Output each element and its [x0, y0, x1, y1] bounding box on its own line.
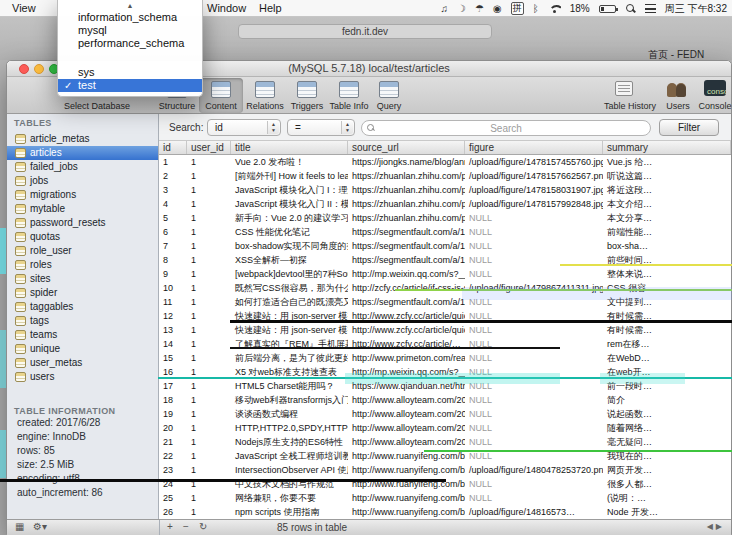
table-row[interactable]: 21[前端外刊] How it feels to learn J…https:/… [159, 169, 731, 183]
table-row[interactable]: 61CSS 性能优化笔记https://segmentfault.com/a/1… [159, 225, 731, 239]
users-button[interactable]: Users [663, 101, 693, 111]
cell-title: 前后端分离，是为了彼此更好 [231, 351, 348, 365]
add-row-button[interactable]: + [167, 521, 173, 532]
sidebar-table-role_user[interactable]: role_user [7, 244, 158, 258]
bluetooth-icon[interactable]: ᛒ [533, 3, 539, 14]
sidebar-table-spider[interactable]: spider [7, 286, 158, 300]
users-icon[interactable] [667, 80, 689, 97]
console-icon[interactable]: conso le off [704, 80, 726, 96]
sidebar-table-jobs[interactable]: jobs [7, 174, 158, 188]
battery-icon[interactable] [599, 5, 616, 13]
console-button[interactable]: Console [695, 101, 732, 111]
table-history-icon[interactable] [615, 81, 633, 96]
toolbar-tab-table-info[interactable]: Table Info [327, 78, 371, 113]
display-icon[interactable]: ◉ [493, 3, 502, 14]
sidebar-table-teams[interactable]: teams [7, 328, 158, 342]
wifi-icon[interactable] [548, 4, 561, 13]
close-window-button[interactable] [19, 64, 29, 74]
table-row[interactable]: 121快速建站：用 json-server 模拟 RES…http://www.… [159, 309, 731, 323]
db-menu-item-performance_schema[interactable]: performance_schema [58, 37, 202, 50]
menu-clock[interactable]: 周三 下午8:32 [665, 2, 727, 16]
toolbar-tab-relations[interactable]: Relations [243, 78, 287, 113]
table-row[interactable]: 171HTML5 Charset能用吗？https://www.qianduan… [159, 379, 731, 393]
toolbar-tab-triggers[interactable]: Triggers [285, 78, 329, 113]
table-row[interactable]: 151前后端分离，是为了彼此更好http://www.primeton.com/… [159, 351, 731, 365]
db-menu-item-test[interactable]: ✓test [58, 79, 202, 92]
db-menu-item-information_schema[interactable]: information_schema [58, 11, 202, 24]
table-row[interactable]: 231IntersectionObserver API 使用教程http://w… [159, 463, 731, 477]
menu-window[interactable]: Window [207, 2, 246, 14]
table-row[interactable]: 101既然写CSS很容易，那为什么大家还是…http://zcfy.cc/art… [159, 281, 731, 295]
table-row[interactable]: 131快速建站：用 json-server 模拟 RES…http://www.… [159, 323, 731, 337]
select-database-label[interactable]: Select Database [47, 101, 147, 111]
table-history-button[interactable]: Table History [599, 101, 661, 111]
menu-view[interactable]: View [12, 2, 36, 14]
refresh-icon[interactable]: ↻ [199, 521, 207, 532]
table-row[interactable]: 221JavaScript 全栈工程师培训教程http://www.ruanyi… [159, 449, 731, 463]
column-header-title[interactable]: title [231, 141, 348, 154]
sidebar-table-user_metas[interactable]: user_metas [7, 356, 158, 370]
sidebar-table-taggables[interactable]: taggables [7, 300, 158, 314]
filter-field-select[interactable]: id ▲▼ [207, 119, 281, 136]
column-header-user_id[interactable]: user_id [187, 141, 231, 154]
table-row[interactable]: 201HTTP,HTTP2.0,SPDY,HTTPS你应该…http://www… [159, 421, 731, 435]
sidebar-table-unique[interactable]: unique [7, 342, 158, 356]
table-row[interactable]: 211Nodejs原生支持的ES6特性http://www.alloyteam.… [159, 435, 731, 449]
input-method-icon[interactable]: 拼 [511, 2, 524, 15]
pagination-arrows[interactable]: ◀▶ [707, 522, 725, 531]
umbrella-icon[interactable]: ☂ [475, 3, 484, 14]
table-row[interactable]: 251网络兼职，你要不要http://www.ruanyifeng.com/bl… [159, 491, 731, 505]
moon-icon[interactable]: ☽ [457, 3, 466, 14]
table-row[interactable]: 161X5 对web标准支持速查表http://mp.weixin.qq.com… [159, 365, 731, 379]
table-row[interactable]: 71box-shadow实现不同角度的投影https://segmentfaul… [159, 239, 731, 253]
sidebar-table-failed_jobs[interactable]: failed_jobs [7, 160, 158, 174]
filter-button[interactable]: Filter [659, 119, 719, 136]
sidebar-table-articles[interactable]: articles [7, 146, 158, 160]
table-row[interactable]: 41JavaScript 模块化入门 II：模块打包构建https://zhua… [159, 197, 731, 211]
search-input[interactable] [361, 120, 651, 136]
sidebar-table-quotas[interactable]: quotas [7, 230, 158, 244]
menu-help[interactable]: Help [259, 2, 282, 14]
sidebar-table-migrations[interactable]: migrations [7, 188, 158, 202]
music-icon[interactable]: ♫ [441, 3, 449, 14]
toolbar-tab-query[interactable]: Query [367, 78, 411, 113]
cell-title: CSS 性能优化笔记 [231, 225, 348, 239]
menu-scroll-up-icon[interactable]: ▲ [58, 0, 202, 11]
spotlight-icon[interactable] [625, 3, 636, 14]
table-row[interactable]: 31JavaScript 模块化入门 I：理解模块https://zhuanla… [159, 183, 731, 197]
gear-icon[interactable]: ⚙▾ [33, 521, 47, 532]
table-row[interactable]: 81XSS全解析—初探https://segmentfault.com/a/11… [159, 253, 731, 267]
db-menu-item-sys[interactable]: sys [58, 66, 202, 79]
notification-center-icon[interactable] [645, 4, 656, 13]
column-header-source_url[interactable]: source_url [348, 141, 465, 154]
columns-view-icon[interactable]: ▦ [15, 521, 24, 532]
sidebar-table-article_metas[interactable]: article_metas [7, 132, 158, 146]
table-row[interactable]: 111如何打造适合自己的既漂亮又高效的…https://segmentfault… [159, 295, 731, 309]
sidebar-table-tags[interactable]: tags [7, 314, 158, 328]
table-row[interactable]: 91[webpack]devtool里的7种SourceMa…http://mp… [159, 267, 731, 281]
column-header-figure[interactable]: figure [465, 141, 603, 154]
table-row[interactable]: 11Vue 2.0 发布啦！https://jiongks.name/blog/… [159, 155, 731, 169]
table-row[interactable]: 241中文技术文档的写作规范http://www.ruanyifeng.com/… [159, 477, 731, 491]
minimize-window-button[interactable] [34, 64, 44, 74]
db-menu-item-mysql[interactable]: mysql [58, 24, 202, 37]
table-icon [15, 246, 26, 256]
sidebar-table-sites[interactable]: sites [7, 272, 158, 286]
browser-url-bar[interactable]: fedn.it.dev [238, 24, 492, 39]
sidebar-table-mytable[interactable]: mytable [7, 202, 158, 216]
filter-operator-select[interactable]: = ▲▼ [287, 119, 355, 136]
sidebar-table-roles[interactable]: roles [7, 258, 158, 272]
table-row[interactable]: 51新手向：Vue 2.0 的建议学习顺序https://zhuanlan.zh… [159, 211, 731, 225]
column-header-id[interactable]: id [159, 141, 187, 154]
table-row[interactable]: 141了解真实的『REM』手机屏幕适配http://www.zcfy.cc/ar… [159, 337, 731, 351]
cell-summary: 将近这段… [603, 183, 731, 197]
sidebar-table-password_resets[interactable]: password_resets [7, 216, 158, 230]
remove-row-button[interactable]: − [183, 521, 189, 532]
table-row[interactable]: 181移动web利器transformjs入门http://www.alloyt… [159, 393, 731, 407]
column-header-summary[interactable]: summary [603, 141, 731, 154]
toolbar-tab-content[interactable]: Content [199, 78, 243, 113]
table-row[interactable]: 191谈谈函数式编程http://www.alloyteam.com/2016/… [159, 407, 731, 421]
sidebar-table-users[interactable]: users [7, 370, 158, 384]
table-icon [15, 134, 26, 144]
table-row[interactable]: 261npm scripts 使用指南http://www.ruanyifeng… [159, 505, 731, 519]
